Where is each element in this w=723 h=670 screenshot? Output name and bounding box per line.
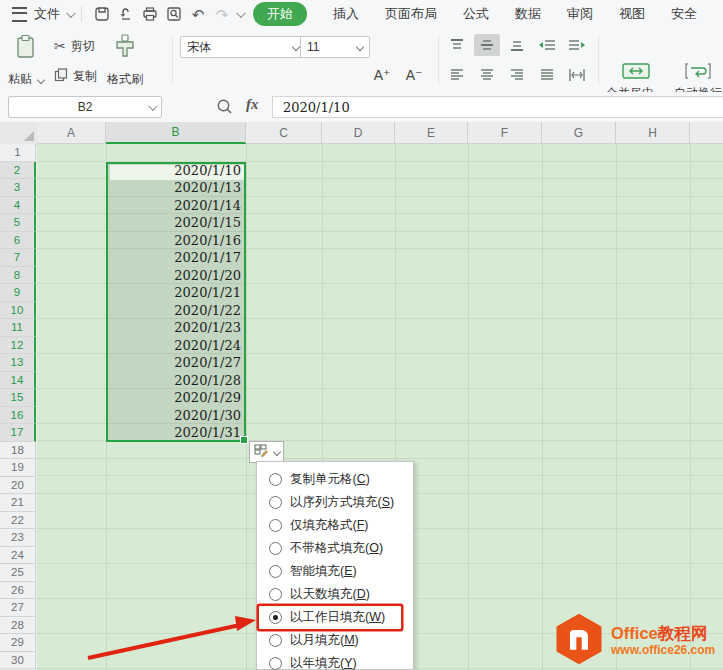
tab-数据[interactable]: 数据 — [515, 5, 541, 23]
cut-button[interactable]: ✂ 剪切 — [54, 35, 97, 57]
fill-menu-item-C[interactable]: 复制单元格(C) — [257, 468, 413, 491]
row-header-24[interactable]: 24 — [0, 547, 36, 565]
row-header-12[interactable]: 12 — [0, 337, 36, 355]
quick-access-chevron-icon[interactable] — [236, 8, 246, 18]
tab-开始[interactable]: 开始 — [253, 2, 307, 26]
select-all-corner[interactable] — [0, 122, 38, 145]
increase-indent-icon[interactable] — [564, 34, 590, 56]
date-cell-b17[interactable]: 2020/1/31 — [106, 424, 241, 442]
tab-审阅[interactable]: 审阅 — [567, 5, 593, 23]
row-header-8[interactable]: 8 — [0, 267, 36, 285]
font-size-select[interactable]: 11 — [300, 36, 370, 58]
export-icon[interactable] — [114, 3, 138, 25]
column-header-H[interactable]: H — [616, 122, 690, 144]
date-cell-b14[interactable]: 2020/1/28 — [106, 372, 241, 390]
row-header-1[interactable]: 1 — [0, 144, 36, 162]
fill-menu-item-S[interactable]: 以序列方式填充(S) — [257, 491, 413, 514]
row-header-11[interactable]: 11 — [0, 319, 36, 337]
align-top-icon[interactable] — [444, 34, 470, 56]
decrease-indent-icon[interactable] — [534, 34, 560, 56]
row-header-25[interactable]: 25 — [0, 564, 36, 582]
row-header-7[interactable]: 7 — [0, 249, 36, 267]
row-header-21[interactable]: 21 — [0, 494, 36, 512]
fill-handle[interactable] — [240, 436, 248, 444]
file-menu-chevron-icon[interactable] — [66, 8, 76, 18]
date-cell-b5[interactable]: 2020/1/15 — [106, 214, 241, 232]
row-header-23[interactable]: 23 — [0, 529, 36, 547]
justify-icon[interactable] — [534, 64, 560, 86]
print-preview-icon[interactable] — [162, 3, 186, 25]
column-header-D[interactable]: D — [322, 122, 395, 144]
name-box-chevron-icon[interactable] — [148, 101, 158, 111]
date-cell-b10[interactable]: 2020/1/22 — [106, 302, 241, 320]
fill-menu-item-Y[interactable]: 以年填充(Y) — [257, 652, 413, 670]
hamburger-menu-icon[interactable] — [12, 7, 27, 22]
tab-视图[interactable]: 视图 — [619, 5, 645, 23]
row-header-17[interactable]: 17 — [0, 424, 36, 442]
column-header-F[interactable]: F — [468, 122, 542, 144]
fill-menu-item-E[interactable]: 智能填充(E) — [257, 560, 413, 583]
paste-button[interactable]: 粘贴 — [6, 32, 46, 90]
print-icon[interactable] — [138, 3, 162, 25]
date-cell-b3[interactable]: 2020/1/13 — [106, 179, 241, 197]
name-box[interactable]: B2 — [8, 96, 162, 118]
redo-icon[interactable]: ↷ — [210, 3, 234, 25]
row-header-13[interactable]: 13 — [0, 354, 36, 372]
date-cell-b7[interactable]: 2020/1/17 — [106, 249, 241, 267]
column-header-G[interactable]: G — [542, 122, 616, 144]
tab-插入[interactable]: 插入 — [333, 5, 359, 23]
row-header-15[interactable]: 15 — [0, 389, 36, 407]
file-menu[interactable]: 文件 — [34, 5, 60, 23]
row-header-16[interactable]: 16 — [0, 407, 36, 425]
row-header-27[interactable]: 27 — [0, 599, 36, 617]
column-header-B[interactable]: B — [106, 122, 246, 144]
row-header-20[interactable]: 20 — [0, 477, 36, 495]
fill-menu-item-D[interactable]: 以天数填充(D) — [257, 583, 413, 606]
align-bottom-icon[interactable] — [504, 34, 530, 56]
copy-button[interactable]: 复制 — [54, 65, 97, 87]
date-cell-b8[interactable]: 2020/1/20 — [106, 267, 241, 285]
formula-input[interactable]: 2020/1/10 — [272, 96, 723, 118]
date-cell-b4[interactable]: 2020/1/14 — [106, 197, 241, 215]
column-header-partial[interactable] — [690, 122, 723, 144]
row-header-6[interactable]: 6 — [0, 232, 36, 250]
row-header-14[interactable]: 14 — [0, 372, 36, 390]
row-header-19[interactable]: 19 — [0, 459, 36, 477]
column-header-E[interactable]: E — [395, 122, 468, 144]
column-header-A[interactable]: A — [37, 122, 106, 144]
tab-公式[interactable]: 公式 — [463, 5, 489, 23]
date-cell-b12[interactable]: 2020/1/24 — [106, 337, 241, 355]
column-header-C[interactable]: C — [246, 122, 322, 144]
font-name-select[interactable]: 宋体 — [180, 36, 306, 58]
row-header-29[interactable]: 29 — [0, 634, 36, 652]
fill-menu-item-M[interactable]: 以月填充(M) — [257, 629, 413, 652]
row-header-3[interactable]: 3 — [0, 179, 36, 197]
row-header-18[interactable]: 18 — [0, 442, 36, 460]
align-center-icon[interactable] — [474, 64, 500, 86]
date-cell-b2[interactable]: 2020/1/10 — [106, 162, 241, 180]
tab-页面布局[interactable]: 页面布局 — [385, 5, 437, 23]
row-header-22[interactable]: 22 — [0, 512, 36, 530]
fill-menu-item-W[interactable]: 以工作日填充(W) — [259, 606, 401, 629]
fill-menu-item-F[interactable]: 仅填充格式(F) — [257, 514, 413, 537]
format-painter-button[interactable]: 格式刷 — [105, 32, 145, 90]
row-header-30[interactable]: 30 — [0, 652, 36, 670]
fill-options-button[interactable] — [249, 441, 284, 463]
row-header-9[interactable]: 9 — [0, 284, 36, 302]
align-right-icon[interactable] — [504, 64, 530, 86]
increase-font-button[interactable]: A⁺ — [368, 64, 396, 86]
date-cell-b11[interactable]: 2020/1/23 — [106, 319, 241, 337]
date-cell-b6[interactable]: 2020/1/16 — [106, 232, 241, 250]
undo-icon[interactable]: ↶ — [186, 3, 210, 25]
zoom-formula-icon[interactable] — [212, 95, 236, 117]
date-cell-b15[interactable]: 2020/1/29 — [106, 389, 241, 407]
date-cell-b13[interactable]: 2020/1/27 — [106, 354, 241, 372]
decrease-font-button[interactable]: A⁻ — [400, 64, 428, 86]
date-cell-b9[interactable]: 2020/1/21 — [106, 284, 241, 302]
save-icon[interactable] — [90, 3, 114, 25]
fill-menu-item-O[interactable]: 不带格式填充(O) — [257, 537, 413, 560]
row-header-26[interactable]: 26 — [0, 582, 36, 600]
row-header-4[interactable]: 4 — [0, 197, 36, 215]
tab-安全[interactable]: 安全 — [671, 5, 697, 23]
row-header-10[interactable]: 10 — [0, 302, 36, 320]
